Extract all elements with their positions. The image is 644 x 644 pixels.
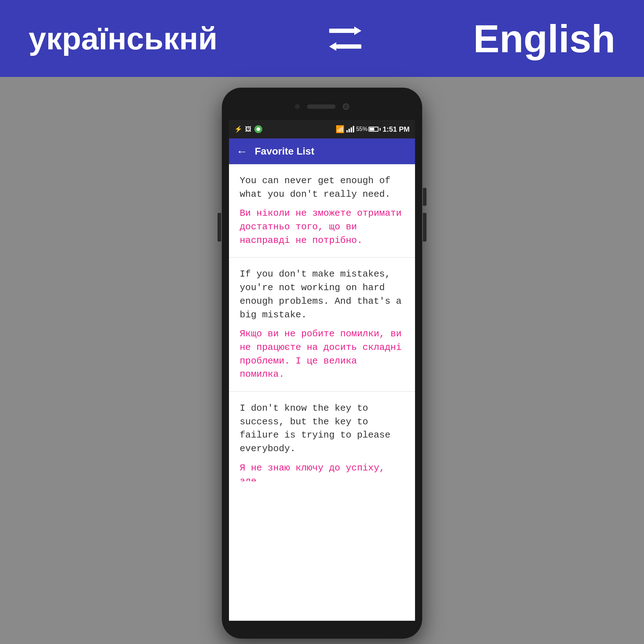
phone-screen: ⚡ 🖼 📶: [229, 120, 415, 621]
signal-bar-3: [351, 127, 352, 132]
signal-bar-2: [348, 129, 350, 132]
battery-body: [369, 127, 379, 132]
status-bar: ⚡ 🖼 📶: [229, 120, 415, 138]
quote-2-ukrainian: Якщо ви не робите помилки, ви не працюєт…: [240, 327, 404, 381]
battery-percent: 55%: [356, 126, 367, 132]
usb-icon: ⚡: [234, 125, 242, 133]
quote-3-ukrainian: Я не знаю ключу до успіху, але...: [240, 462, 404, 481]
app-header: ← Favorite List: [229, 138, 415, 164]
phone-camera: [343, 103, 349, 110]
volume-button: [218, 213, 221, 241]
phone-speaker: [307, 104, 336, 109]
phone-top-area: [222, 88, 422, 120]
quote-item-3: I don't know the key to success, but the…: [229, 392, 415, 491]
svg-rect-2: [336, 44, 361, 49]
phone-sensor: [295, 104, 300, 109]
notification-icon: [254, 125, 262, 133]
signal-bar-4: [353, 126, 354, 132]
quote-1-english: You can never get enough of what you don…: [240, 174, 404, 201]
status-time: 1:51 PM: [382, 125, 410, 133]
swap-languages-button[interactable]: [327, 24, 363, 53]
quote-item-2: If you don't make mistakes, you're not w…: [229, 258, 415, 392]
quote-item-1: You can never get enough of what you don…: [229, 164, 415, 258]
wifi-icon: 📶: [336, 125, 345, 133]
power-button-top: [423, 188, 426, 206]
app-title: Favorite List: [255, 146, 314, 157]
battery-tip: [380, 128, 381, 131]
svg-rect-0: [329, 29, 354, 33]
source-language[interactable]: українськнй: [29, 20, 218, 57]
quotes-list[interactable]: You can never get enough of what you don…: [229, 164, 415, 621]
back-button[interactable]: ←: [236, 145, 248, 158]
language-bar: українськнй English: [0, 0, 644, 77]
quote-2-english: If you don't make mistakes, you're not w…: [240, 268, 404, 322]
signal-bar-1: [346, 130, 348, 132]
image-icon: 🖼: [245, 126, 252, 133]
status-icons-right: 📶 55%: [336, 125, 410, 133]
target-language[interactable]: English: [473, 16, 615, 61]
svg-point-4: [257, 127, 260, 131]
power-button-bottom: [423, 213, 426, 241]
battery-indicator: 55%: [356, 126, 381, 132]
svg-marker-1: [354, 26, 361, 35]
quote-1-ukrainian: Ви ніколи не зможете отримати достатньо …: [240, 207, 404, 247]
quote-3-english: I don't know the key to success, but the…: [240, 402, 404, 456]
svg-marker-3: [329, 42, 336, 51]
main-background: ⚡ 🖼 📶: [0, 77, 644, 644]
battery-fill: [370, 128, 374, 131]
phone-mockup: ⚡ 🖼 📶: [222, 88, 422, 639]
signal-bars: [346, 126, 354, 132]
status-icons-left: ⚡ 🖼: [234, 125, 262, 133]
